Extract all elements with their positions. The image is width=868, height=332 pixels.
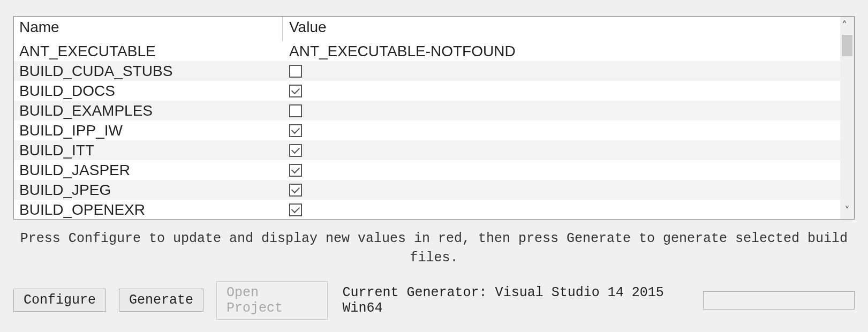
cache-entry-value[interactable] (283, 81, 840, 101)
button-bar: Configure Generate Open Project Current … (13, 281, 855, 320)
cache-entry-value[interactable] (283, 61, 840, 81)
cache-entry-value[interactable] (283, 200, 840, 219)
cache-table: Name Value ANT_EXECUTABLEANT_EXECUTABLE-… (13, 16, 855, 220)
progress-bar (703, 291, 855, 310)
cache-entry-name: BUILD_JASPER (14, 160, 283, 180)
checkbox[interactable] (289, 164, 302, 177)
table-row[interactable]: BUILD_OPENEXR (14, 200, 840, 219)
checkbox[interactable] (289, 144, 302, 157)
cache-entry-name: BUILD_OPENEXR (14, 200, 283, 219)
cache-entry-name: BUILD_EXAMPLES (14, 101, 283, 120)
table-row[interactable]: BUILD_IPP_IW (14, 120, 840, 140)
table-row[interactable]: ANT_EXECUTABLEANT_EXECUTABLE-NOTFOUND (14, 41, 840, 61)
table-row[interactable]: BUILD_ITT (14, 140, 840, 160)
checkbox[interactable] (289, 184, 302, 197)
vertical-scrollbar[interactable]: ˄ ˅ (840, 17, 854, 219)
cache-table-body[interactable]: Name Value ANT_EXECUTABLEANT_EXECUTABLE-… (14, 17, 840, 219)
table-row[interactable]: BUILD_EXAMPLES (14, 101, 840, 120)
cache-entry-value[interactable] (283, 120, 840, 140)
cache-entry-value[interactable] (283, 160, 840, 180)
scroll-thumb[interactable] (842, 35, 852, 56)
cache-entry-value[interactable] (283, 180, 840, 200)
generate-button[interactable]: Generate (119, 289, 203, 312)
checkbox[interactable] (289, 65, 302, 78)
scroll-up-icon[interactable]: ˄ (842, 17, 852, 34)
checkbox[interactable] (289, 104, 302, 117)
cache-entry-value[interactable] (283, 101, 840, 120)
table-row[interactable]: BUILD_DOCS (14, 81, 840, 101)
checkbox[interactable] (289, 124, 302, 137)
table-header-row: Name Value (14, 17, 840, 41)
current-generator-label: Current Generator: Visual Studio 14 2015… (343, 285, 691, 316)
hint-text: Press Configure to update and display ne… (19, 229, 849, 268)
column-header-value[interactable]: Value (283, 17, 840, 41)
configure-button[interactable]: Configure (13, 289, 106, 312)
cache-entry-text: ANT_EXECUTABLE-NOTFOUND (289, 41, 516, 61)
cache-entry-name: BUILD_DOCS (14, 81, 283, 101)
cache-entry-name: BUILD_JPEG (14, 180, 283, 200)
checkbox[interactable] (289, 203, 302, 216)
cache-entry-value[interactable]: ANT_EXECUTABLE-NOTFOUND (283, 41, 840, 61)
column-header-name[interactable]: Name (14, 17, 283, 41)
table-row[interactable]: BUILD_JPEG (14, 180, 840, 200)
table-row[interactable]: BUILD_JASPER (14, 160, 840, 180)
scroll-down-icon[interactable]: ˅ (844, 202, 850, 219)
open-project-button: Open Project (216, 281, 328, 320)
checkbox[interactable] (289, 85, 302, 97)
cache-entry-value[interactable] (283, 140, 840, 160)
cache-entry-name: BUILD_IPP_IW (14, 120, 283, 140)
cache-entry-name: BUILD_ITT (14, 140, 283, 160)
cache-entry-name: ANT_EXECUTABLE (14, 41, 283, 61)
table-row[interactable]: BUILD_CUDA_STUBS (14, 61, 840, 81)
cache-entry-name: BUILD_CUDA_STUBS (14, 61, 283, 81)
